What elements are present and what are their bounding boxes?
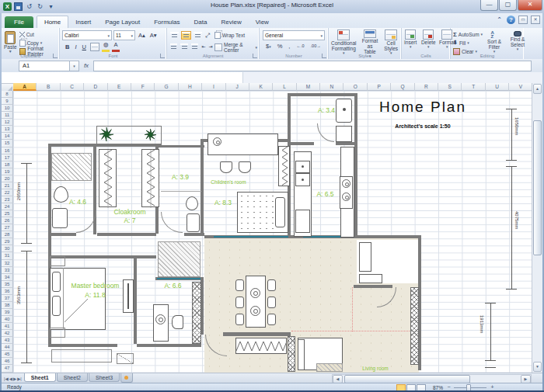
floor-plan-drawing[interactable]: Home Plan Architect's scale 1:50 A: 3.4 … [13, 91, 532, 373]
merge-center-button[interactable]: Merge & Center▾ [214, 43, 257, 51]
paste-button[interactable]: Paste ▼ [2, 29, 19, 55]
font-dialog-launcher[interactable] [160, 54, 165, 58]
workbook-close-icon[interactable]: ✕ [531, 16, 540, 24]
first-sheet-icon[interactable]: |◀ [4, 376, 9, 381]
close-button[interactable]: ✕ [518, 0, 542, 11]
row-header-19[interactable]: 19 [2, 168, 13, 175]
bottom-align-button[interactable] [193, 31, 203, 40]
top-align-button[interactable] [169, 31, 180, 40]
italic-button[interactable]: I [73, 43, 78, 51]
align-right-button[interactable] [190, 43, 199, 51]
alignment-dialog-launcher[interactable] [253, 54, 257, 58]
row-header-45[interactable]: 45 [2, 351, 13, 358]
bold-button[interactable]: B [64, 43, 71, 51]
autosum-button[interactable]: ΣAutoSum▾ [453, 30, 483, 38]
row-header-32[interactable]: 32 [2, 260, 13, 267]
ribbon-tab-view[interactable]: View [249, 16, 276, 28]
row-header-15[interactable]: 15 [2, 140, 13, 147]
number-dialog-launcher[interactable] [322, 54, 326, 58]
row-header-31[interactable]: 31 [2, 252, 13, 259]
column-header-R[interactable]: R [415, 83, 438, 91]
row-header-38[interactable]: 38 [2, 302, 13, 309]
column-header-A[interactable]: A [13, 83, 37, 91]
formula-bar-extension-input[interactable] [2, 72, 243, 84]
font-size-select[interactable]: 11▾ [113, 30, 135, 40]
wrap-text-button[interactable]: Wrap Text [214, 32, 245, 40]
row-header-25[interactable]: 25 [2, 210, 13, 217]
vertical-scroll-thumb[interactable] [533, 120, 542, 255]
maximize-button[interactable]: ▢ [499, 0, 517, 11]
help-icon[interactable]: ? [507, 16, 515, 24]
align-center-button[interactable] [180, 43, 188, 51]
row-header-10[interactable]: 10 [2, 105, 13, 112]
clipboard-dialog-launcher[interactable] [53, 54, 58, 58]
column-header-V[interactable]: V [509, 83, 532, 91]
row-header-33[interactable]: 33 [2, 267, 13, 274]
cut-button[interactable]: Cut [19, 30, 59, 38]
row-header-47[interactable]: 47 [2, 365, 13, 372]
row-header-42[interactable]: 42 [2, 330, 13, 337]
accounting-format-button[interactable]: $▾ [264, 42, 273, 50]
percent-style-button[interactable]: % [276, 42, 284, 50]
row-header-34[interactable]: 34 [2, 274, 13, 281]
row-header-28[interactable]: 28 [2, 231, 13, 238]
sheet-tab-sheet2[interactable]: Sheet2 [57, 373, 88, 382]
column-header-B[interactable]: B [37, 83, 60, 91]
column-header-F[interactable]: F [131, 83, 155, 91]
shrink-font-button[interactable]: A▾ [148, 31, 159, 40]
row-header-22[interactable]: 22 [2, 189, 13, 196]
row-header-30[interactable]: 30 [2, 245, 13, 252]
row-header-21[interactable]: 21 [2, 182, 13, 189]
row-header-23[interactable]: 23 [2, 196, 13, 203]
decrease-indent-button[interactable]: ⇤ [200, 43, 207, 51]
row-header-39[interactable]: 39 [2, 309, 13, 316]
insert-worksheet-tab[interactable] [120, 373, 133, 383]
collapse-ribbon-icon[interactable]: ⌃ [495, 16, 504, 24]
ribbon-tab-page-layout[interactable]: Page Layout [98, 16, 147, 28]
row-header-24[interactable]: 24 [2, 203, 13, 210]
number-format-select[interactable]: General▾ [263, 30, 325, 40]
row-header-29[interactable]: 29 [2, 238, 13, 245]
orientation-button[interactable]: ⤢ [204, 31, 211, 40]
row-header-14[interactable]: 14 [2, 133, 13, 140]
row-header-41[interactable]: 41 [2, 323, 13, 330]
row-header-8[interactable]: 8 [2, 91, 13, 98]
last-sheet-icon[interactable]: ▶| [17, 376, 22, 381]
file-tab[interactable]: File [5, 16, 33, 28]
column-header-T[interactable]: T [462, 83, 485, 91]
column-header-L[interactable]: L [273, 83, 296, 91]
row-header-11[interactable]: 11 [2, 112, 13, 119]
column-header-C[interactable]: C [61, 83, 84, 91]
prev-sheet-icon[interactable]: ◀ [9, 376, 12, 381]
fx-icon[interactable]: fx [79, 62, 93, 69]
zoom-in-button[interactable]: + [489, 384, 496, 390]
name-box[interactable]: A1 [19, 61, 70, 71]
middle-align-button[interactable] [181, 31, 191, 40]
ribbon-tab-home[interactable]: Home [37, 16, 68, 28]
column-header-D[interactable]: D [84, 83, 107, 91]
column-header-J[interactable]: J [226, 83, 249, 91]
increase-decimal-button[interactable]: ←.0 [295, 42, 305, 50]
ribbon-tab-data[interactable]: Data [187, 16, 214, 28]
formula-input[interactable] [93, 61, 532, 71]
row-header-37[interactable]: 37 [2, 295, 13, 302]
row-header-27[interactable]: 27 [2, 224, 13, 231]
column-header-I[interactable]: I [202, 83, 225, 91]
row-header-35[interactable]: 35 [2, 281, 13, 288]
column-header-Q[interactable]: Q [391, 83, 414, 91]
decrease-decimal-button[interactable]: .00→ [309, 42, 323, 50]
row-header-43[interactable]: 43 [2, 337, 13, 344]
underline-button[interactable]: U [81, 43, 88, 51]
sheet-tab-sheet1[interactable]: Sheet1 [24, 373, 56, 382]
row-header-16[interactable]: 16 [2, 147, 13, 154]
row-header-26[interactable]: 26 [2, 217, 13, 224]
name-box-dropdown-icon[interactable]: ▾ [70, 61, 79, 71]
column-header-K[interactable]: K [249, 83, 273, 91]
column-header-S[interactable]: S [438, 83, 462, 91]
row-header-36[interactable]: 36 [2, 288, 13, 295]
column-header-O[interactable]: O [343, 83, 367, 91]
column-header-P[interactable]: P [368, 83, 391, 91]
workbook-restore-icon[interactable]: ▭ [518, 16, 528, 24]
column-header-N[interactable]: N [320, 83, 343, 91]
grow-font-button[interactable]: A▴ [137, 31, 147, 40]
